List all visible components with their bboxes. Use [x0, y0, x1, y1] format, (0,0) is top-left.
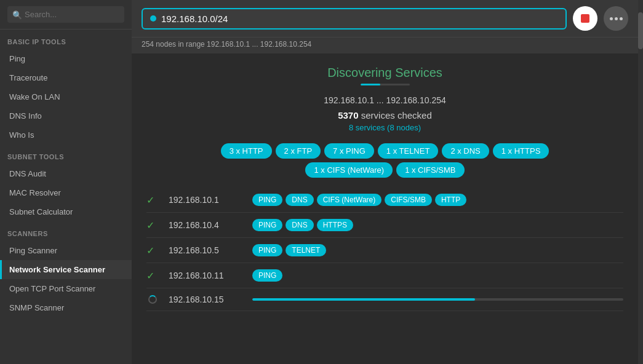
- result-tag-ping: PING: [252, 219, 282, 231]
- check-icon: ✓: [146, 194, 159, 206]
- progress-bar-fill: [361, 84, 380, 85]
- summary-tags-row-1: 3 x HTTP 2 x FTP 7 x PING 1 x TELNET 2 x…: [146, 143, 623, 159]
- result-tag-cifs-smb: CIFS/SMB: [385, 194, 432, 206]
- summary-tag-ping: 7 x PING: [324, 143, 374, 159]
- sidebar-item-dns-info[interactable]: DNS Info: [0, 106, 132, 125]
- table-row: ✓ 192.168.10.4 PING DNS HTTPS: [146, 213, 623, 238]
- section-label-basic-ip-tools: BASIC IP TOOLS: [0, 30, 132, 49]
- sidebar-item-subnet-calculator[interactable]: Subnet Calculator: [0, 202, 132, 221]
- sidebar-item-wake-on-lan[interactable]: Wake On LAN: [0, 87, 132, 106]
- result-tag-ping: PING: [252, 269, 282, 282]
- spinner-icon: [146, 295, 159, 304]
- summary-tag-http: 3 x HTTP: [221, 143, 272, 159]
- table-row: ✓ 192.168.10.5 PING TELNET: [146, 238, 623, 263]
- result-ip: 192.168.10.11: [169, 271, 242, 280]
- more-dot-2: [615, 17, 618, 20]
- check-icon: ✓: [146, 270, 159, 282]
- progress-bar: [361, 84, 410, 85]
- sidebar-item-mac-resolver[interactable]: MAC Resolver: [0, 183, 132, 202]
- sidebar-section-basic-ip-tools: BASIC IP TOOLS Ping Traceroute Wake On L…: [0, 30, 132, 144]
- result-tags: PING DNS CIFS (NetWare) CIFS/SMB HTTP: [252, 194, 623, 206]
- ip-status-dot: [150, 15, 156, 22]
- discovering-title: Discovering Services: [146, 66, 623, 80]
- summary-tag-dns: 2 x DNS: [442, 143, 489, 159]
- more-button[interactable]: [604, 6, 628, 31]
- check-icon: ✓: [146, 220, 159, 231]
- result-tags: PING TELNET: [252, 244, 623, 256]
- stop-button[interactable]: [573, 6, 597, 31]
- summary-tags-row-2: 1 x CIFS (NetWare) 1 x CIFS/SMB: [146, 162, 623, 178]
- table-row: 192.168.10.15: [146, 288, 623, 311]
- scrollbar-thumb[interactable]: [638, 12, 643, 49]
- services-checked-num: 5370: [338, 110, 358, 121]
- summary-tag-ftp: 2 x FTP: [276, 143, 321, 159]
- sidebar-item-ping-scanner[interactable]: Ping Scanner: [0, 241, 132, 260]
- result-tags: PING DNS HTTPS: [252, 219, 623, 231]
- result-ip: 192.168.10.4: [169, 220, 242, 230]
- sidebar-item-network-service-scanner[interactable]: Network Service Scanner: [0, 260, 132, 279]
- services-checked: 5370 services checked: [146, 110, 623, 121]
- summary-tag-telnet: 1 x TELNET: [378, 143, 439, 159]
- table-row: ✓ 192.168.10.1 PING DNS CIFS (NetWare) C…: [146, 188, 623, 213]
- result-tag-dns: DNS: [286, 194, 313, 206]
- result-tag-https: HTTPS: [317, 219, 353, 231]
- result-ip: 192.168.10.15: [169, 295, 242, 304]
- summary-tag-https: 1 x HTTPS: [493, 143, 549, 159]
- section-label-subnet-tools: SUBNET TOOLS: [0, 144, 132, 164]
- result-tag-cifs-netware: CIFS (NetWare): [317, 194, 382, 206]
- result-tag-dns: DNS: [286, 219, 313, 231]
- sidebar-section-scanners: SCANNERS Ping Scanner Network Service Sc…: [0, 221, 132, 317]
- loading-spinner: [148, 295, 157, 304]
- ip-input-wrap[interactable]: [142, 8, 567, 30]
- result-tag-ping: PING: [252, 194, 282, 206]
- check-icon: ✓: [146, 245, 159, 256]
- search-icon: 🔍: [12, 10, 22, 19]
- top-bar: [132, 0, 638, 38]
- scan-progress-bar: [252, 298, 623, 301]
- sidebar-item-ping[interactable]: Ping: [0, 49, 132, 68]
- result-tag-http: HTTP: [435, 194, 466, 206]
- stop-icon: [581, 14, 589, 23]
- result-tag-ping: PING: [252, 244, 282, 256]
- sidebar-item-traceroute[interactable]: Traceroute: [0, 68, 132, 87]
- sidebar-item-who-is[interactable]: Who Is: [0, 125, 132, 144]
- sidebar-item-dns-audit[interactable]: DNS Audit: [0, 164, 132, 183]
- sidebar-item-snmp-scanner[interactable]: SNMP Scanner: [0, 298, 132, 317]
- results-table: ✓ 192.168.10.1 PING DNS CIFS (NetWare) C…: [146, 188, 623, 311]
- sidebar-section-subnet-tools: SUBNET TOOLS DNS Audit MAC Resolver Subn…: [0, 144, 132, 221]
- services-found: 8 services (8 nodes): [146, 123, 623, 132]
- ip-range-input[interactable]: [161, 14, 558, 24]
- summary-tag-cifs-netware: 1 x CIFS (NetWare): [305, 162, 393, 178]
- table-row: ✓ 192.168.10.11 PING: [146, 263, 623, 288]
- section-label-scanners: SCANNERS: [0, 221, 132, 241]
- summary-tag-cifs-smb: 1 x CIFS/SMB: [396, 162, 464, 178]
- more-dot-1: [610, 17, 613, 20]
- sidebar-item-open-tcp-port-scanner[interactable]: Open TCP Port Scanner: [0, 279, 132, 298]
- search-bar: 🔍: [0, 0, 132, 30]
- scan-progress-fill: [252, 298, 475, 301]
- result-tags: PING: [252, 269, 623, 282]
- more-dot-3: [620, 17, 623, 20]
- main-content: 254 nodes in range 192.168.10.1 ... 192.…: [132, 0, 638, 364]
- sidebar: 🔍 BASIC IP TOOLS Ping Traceroute Wake On…: [0, 0, 132, 364]
- scroll-area[interactable]: Discovering Services 192.168.10.1 ... 19…: [132, 53, 638, 364]
- result-ip: 192.168.10.1: [169, 195, 242, 205]
- result-ip: 192.168.10.5: [169, 245, 242, 255]
- result-tag-telnet: TELNET: [286, 244, 326, 256]
- scan-range-label: 192.168.10.1 ... 192.168.10.254: [146, 95, 623, 105]
- search-input[interactable]: [7, 6, 124, 23]
- range-text: 254 nodes in range 192.168.10.1 ... 192.…: [132, 38, 638, 53]
- scrollbar-track[interactable]: [638, 0, 643, 364]
